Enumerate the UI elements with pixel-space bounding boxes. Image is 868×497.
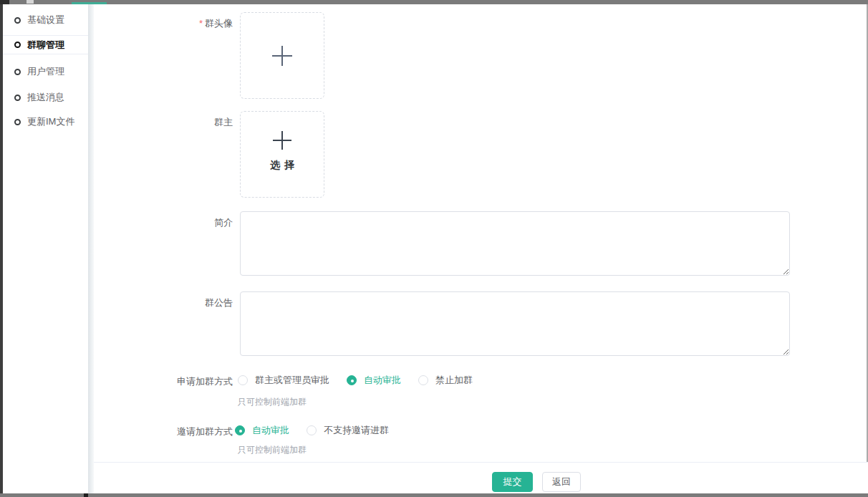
sidebar-item-label: 群聊管理 [27,39,64,52]
announcement-textarea[interactable] [240,291,790,356]
sidebar-item-push-message[interactable]: 推送消息 [3,87,88,107]
top-edge-light-segment [26,0,34,4]
sidebar-item-user-management[interactable]: 用户管理 [3,62,88,82]
sidebar-item-label: 推送消息 [27,91,64,104]
group-avatar-upload-box[interactable] [240,12,324,99]
radio-icon [347,375,357,385]
group-owner-select-box[interactable]: 选择 [240,111,324,198]
circle-icon [14,119,21,125]
invite-method-hint: 只可控制前端加群 [238,444,307,456]
circle-icon [14,42,21,48]
sidebar-item-update-im-file[interactable]: 更新IM文件 [3,112,88,132]
sidebar-item-label: 用户管理 [27,65,64,78]
radio-invite-not-supported[interactable]: 不支持邀请进群 [307,424,389,437]
plus-icon [272,130,292,150]
radio-forbid-join[interactable]: 禁止加群 [418,374,473,387]
circle-icon [14,69,21,75]
radio-owner-admin-approve[interactable]: 群主或管理员审批 [238,374,329,387]
radio-auto-approve[interactable]: 自动审批 [347,374,401,387]
circle-icon [14,17,21,24]
sidebar-main-divider [88,4,94,493]
window-bottom-edge [0,493,868,497]
announcement-label: 群公告 [140,296,233,309]
required-asterisk: * [199,18,203,29]
sidebar-item-basic-settings[interactable]: 基础设置 [3,10,88,30]
radio-icon [418,375,428,385]
apply-method-hint: 只可控制前端加群 [238,396,307,408]
radio-icon [307,425,317,435]
radio-icon [238,375,248,385]
owner-select-text: 选择 [266,159,299,172]
group-owner-label: 群主 [140,116,233,129]
back-button[interactable]: 返回 [542,472,581,492]
radio-icon [235,425,245,435]
invite-method-label: 邀请加群方式 [140,425,233,438]
group-avatar-label: *群头像 [140,17,233,30]
sidebar-item-label: 基础设置 [27,14,64,26]
apply-method-radio-group: 群主或管理员审批 自动审批 禁止加群 [238,374,490,387]
bottom-edge-dark-segment [84,493,88,497]
radio-invite-auto-approve[interactable]: 自动审批 [235,424,289,437]
apply-method-label: 申请加群方式 [140,375,233,388]
invite-method-radio-group: 自动审批 不支持邀请进群 [235,424,406,437]
admin-page: 基础设置 群聊管理 用户管理 推送消息 更新IM文件 *群头像 群主 [0,0,868,497]
footer-bar [94,463,868,493]
submit-button[interactable]: 提交 [492,472,533,492]
circle-icon [14,95,21,101]
sidebar-item-group-chat-management[interactable]: 群聊管理 [3,35,88,54]
intro-textarea[interactable] [240,211,790,276]
intro-label: 简介 [140,216,233,229]
sidebar-item-label: 更新IM文件 [27,115,74,128]
sidebar-menu: 基础设置 群聊管理 用户管理 推送消息 更新IM文件 [3,4,88,493]
plus-icon [271,45,293,67]
